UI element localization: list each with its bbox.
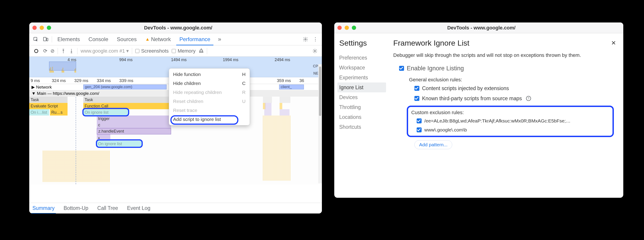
minimize-icon[interactable] (40, 26, 44, 30)
nav-devices[interactable]: Devices (338, 92, 386, 102)
ctx-hide-function[interactable]: Hide functionH (169, 70, 250, 79)
context-menu: Hide functionH Hide childrenC Hide repea… (169, 68, 250, 125)
close-settings-button[interactable]: ✕ (611, 40, 616, 46)
memory-checkbox[interactable]: Memory (172, 48, 196, 54)
ctx-reset-children: Reset childrenU (169, 97, 250, 106)
tab-performance[interactable]: Performance (176, 33, 214, 45)
window-title: DevTools - www.google.com/ (51, 25, 305, 31)
inspect-icon[interactable] (32, 35, 40, 43)
ctx-hide-repeating: Hide repeating childrenR (169, 88, 250, 97)
nav-ignore-list[interactable]: Ignore List (338, 83, 386, 92)
window-title: DevTools - www.google.com/ (356, 25, 607, 31)
tab-event-log[interactable]: Event Log (126, 203, 152, 214)
checkbox-icon (414, 96, 419, 101)
devtools-window-right: DevTools - www.google.com/ Settings Pref… (334, 22, 623, 198)
ctx-add-ignore[interactable]: Add script to ignore list (169, 115, 250, 124)
page-select[interactable]: www.google.com #1 ▾ (80, 48, 129, 54)
record-button[interactable] (32, 47, 40, 55)
gear-icon[interactable] (302, 35, 309, 43)
checkbox-icon (417, 119, 422, 123)
warning-icon: ▲ (145, 37, 150, 42)
checkbox-icon (399, 66, 404, 71)
nav-shortcuts[interactable]: Shortcuts (338, 122, 386, 132)
nav-throttling[interactable]: Throttling (338, 102, 386, 112)
rule-third-party[interactable]: Known third-party scripts from source ma… (414, 96, 616, 102)
tab-sources[interactable]: Sources (114, 33, 140, 45)
custom-rules-highlight: Custom exclusion rules: /ee=ALeJib:B8gLw… (407, 106, 614, 137)
gc-icon[interactable] (199, 48, 204, 54)
clear-icon[interactable]: ⊘ (50, 48, 54, 54)
nav-experiments[interactable]: Experiments (338, 73, 386, 83)
device-icon[interactable] (42, 35, 50, 43)
svg-point-3 (305, 39, 306, 40)
add-pattern-button[interactable]: Add pattern... (414, 140, 452, 149)
tab-call-tree[interactable]: Call Tree (96, 203, 119, 214)
nav-workspace[interactable]: Workspace (338, 63, 386, 73)
general-rules-label: General exclusion rules: (409, 77, 616, 83)
tab-summary[interactable]: Summary (31, 203, 56, 214)
svg-rect-1 (44, 37, 46, 41)
checkbox-icon (414, 86, 419, 91)
chevron-down-icon: ▾ (126, 48, 129, 54)
svg-point-4 (314, 50, 316, 52)
checkbox-icon (417, 127, 422, 132)
traffic-lights (32, 26, 51, 30)
panel-tabs: Elements Console Sources ▲Network Perfor… (29, 33, 322, 45)
help-icon[interactable]: ? (526, 96, 531, 101)
tab-elements[interactable]: Elements (54, 33, 83, 45)
settings-sidebar: Settings Preferences Workspace Experimen… (334, 33, 386, 198)
tab-bottom-up[interactable]: Bottom-Up (62, 203, 90, 214)
custom-rules-label: Custom exclusion rules: (411, 110, 609, 116)
network-bar[interactable]: gen_204 (www.google.com) (83, 85, 166, 89)
custom-rule-1[interactable]: /ee=ALeJib:B8gLwd;AfeaP:TkrAjf;Afksuc:wM… (417, 118, 609, 123)
minimize-icon[interactable] (344, 26, 349, 30)
download-icon[interactable]: ⭳ (69, 48, 74, 54)
traffic-lights (338, 26, 356, 30)
detail-tabs: Summary Bottom-Up Call Tree Event Log (29, 203, 322, 214)
network-bar[interactable]: client_ (279, 85, 304, 89)
capture-settings-icon[interactable] (311, 47, 319, 55)
ctx-hide-children[interactable]: Hide childrenC (169, 79, 250, 88)
zoom-icon[interactable] (352, 26, 356, 30)
reload-icon[interactable]: ⟳ (43, 48, 47, 54)
perf-toolbar: ⟳ ⊘ ⭱ ⭳ www.google.com #1 ▾ Screenshots … (29, 45, 322, 57)
rule-content-scripts[interactable]: Content scripts injected by extensions (414, 85, 616, 92)
nav-locations[interactable]: Locations (338, 112, 386, 122)
kebab-icon[interactable]: ⋮ (312, 35, 319, 43)
close-icon[interactable] (32, 26, 37, 30)
close-icon[interactable] (338, 26, 342, 30)
devtools-window-left: DevTools - www.google.com/ Elements Cons… (29, 22, 322, 214)
tab-console[interactable]: Console (85, 33, 112, 45)
svg-rect-2 (46, 38, 48, 41)
upload-icon[interactable]: ⭱ (61, 48, 66, 54)
vertical-scrollbar[interactable] (318, 64, 322, 183)
more-tabs-icon[interactable]: » (216, 35, 223, 43)
titlebar: DevTools - www.google.com/ (334, 22, 623, 33)
nav-preferences[interactable]: Preferences (338, 53, 386, 63)
custom-rule-2[interactable]: www\.google\.com\b (417, 127, 609, 132)
selection-handle[interactable] (49, 62, 76, 71)
settings-title: Settings (339, 39, 386, 47)
titlebar: DevTools - www.google.com/ (29, 22, 322, 33)
pane-title: Framework Ignore List (393, 39, 469, 47)
ctx-reset-trace: Reset trace (169, 106, 250, 115)
enable-ignore-checkbox[interactable]: Enable Ignore Listing (399, 65, 616, 72)
pane-description: Debugger will skip through the scripts a… (393, 52, 616, 59)
screenshots-checkbox[interactable]: Screenshots (135, 48, 168, 54)
tab-network[interactable]: ▲Network (142, 33, 174, 45)
zoom-icon[interactable] (47, 26, 51, 30)
settings-pane: Framework Ignore List ✕ Debugger will sk… (386, 33, 623, 198)
